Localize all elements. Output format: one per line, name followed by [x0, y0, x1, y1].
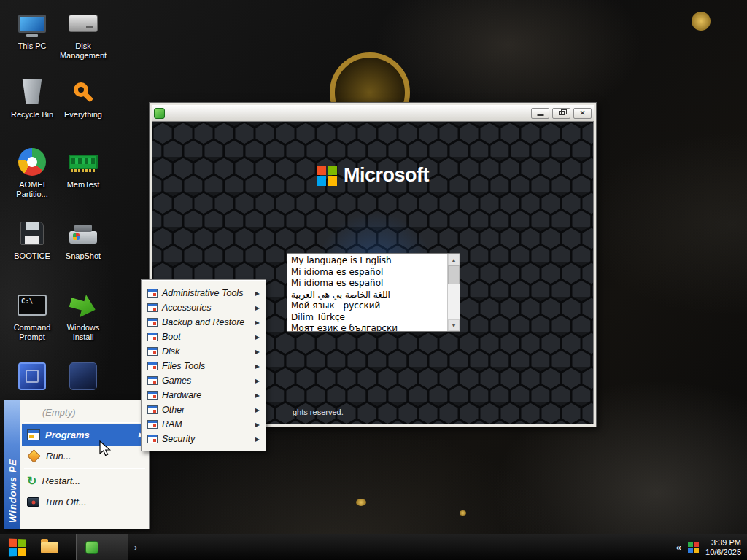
- language-option[interactable]: Mi idioma es español: [287, 267, 447, 279]
- submenu-arrow-icon: ▶: [255, 378, 260, 384]
- scrollbar-thumb[interactable]: [448, 265, 460, 284]
- desktop-icon-bootice[interactable]: BOOTICE: [6, 217, 58, 261]
- desktop-icon-disk-management[interactable]: Disk Management: [57, 7, 109, 61]
- menu-item-label: Run...: [46, 451, 71, 462]
- clock-time: 3:39 PM: [705, 538, 741, 548]
- submenu-item[interactable]: Backup and Restore ▶: [143, 315, 264, 330]
- desktop-icon-snapshot[interactable]: SnapShot: [57, 217, 109, 261]
- menu-item-run[interactable]: Run...: [22, 446, 147, 467]
- language-option-label: اللغة الخاصة بي هي العربية: [291, 289, 390, 300]
- menu-item-label: Programs: [45, 429, 90, 440]
- start-menu-banner: Windows PE: [4, 400, 20, 529]
- desktop-icon-label: Everything: [57, 110, 109, 120]
- language-option[interactable]: Mi idioma es español: [287, 278, 447, 289]
- ram-stick-icon: [67, 146, 99, 178]
- language-option[interactable]: Мой язык - русский: [287, 300, 447, 312]
- scrollbar-track[interactable]: [448, 265, 460, 319]
- submenu-item-label: RAM: [162, 419, 182, 429]
- scroll-down-button[interactable]: ▼: [448, 319, 460, 331]
- language-listbox[interactable]: My language is EnglishMi idioma es españ…: [287, 253, 460, 332]
- submenu-item-label: Hardware: [162, 390, 201, 400]
- program-group-icon: [147, 435, 158, 443]
- submenu-item-label: Other: [162, 405, 185, 415]
- power-icon: [27, 497, 39, 507]
- cmd-prompt-glyph: C:\: [21, 298, 33, 305]
- program-group-icon: [147, 318, 158, 327]
- language-option-label: Dilim Türkçe: [291, 312, 345, 322]
- menu-item-restart[interactable]: ↻ Restart...: [22, 470, 147, 491]
- submenu-arrow-icon: ▶: [255, 319, 260, 326]
- microsoft-logo-text: Microsoft: [344, 164, 429, 187]
- minimize-button[interactable]: [531, 108, 549, 119]
- program-group-icon: [147, 289, 158, 298]
- submenu-item[interactable]: Security ▶: [143, 432, 264, 446]
- desktop-icon-blue-box[interactable]: [57, 360, 109, 394]
- language-option[interactable]: My language is English: [287, 255, 447, 267]
- clock-date: 10/6/2025: [705, 548, 741, 557]
- desktop-icon-memtest[interactable]: MemTest: [57, 146, 109, 190]
- start-menu: Windows PE (Empty) Programs ▶ Run... ↻ R…: [4, 400, 150, 529]
- file-explorer-button[interactable]: [35, 534, 64, 560]
- close-button[interactable]: ✕: [573, 108, 592, 119]
- start-menu-items: (Empty) Programs ▶ Run... ↻ Restart... T…: [20, 400, 149, 529]
- start-button[interactable]: [0, 534, 35, 560]
- submenu-item[interactable]: Files Tools ▶: [143, 359, 264, 373]
- menu-item-turn-off[interactable]: Turn Off...: [22, 491, 147, 513]
- taskbar-clock[interactable]: 3:39 PM 10/6/2025: [705, 538, 741, 557]
- desktop-icon-pe-tools[interactable]: [6, 360, 58, 394]
- menu-separator: [24, 468, 145, 469]
- language-option[interactable]: اللغة الخاصة بي هي العربية: [287, 289, 447, 301]
- desktop-icon-windows-install[interactable]: Windows Install: [57, 289, 109, 342]
- this-pc-icon: [16, 7, 48, 39]
- tray-overflow-icon[interactable]: «: [676, 542, 681, 553]
- desktop-icon-recycle-bin[interactable]: Recycle Bin: [6, 76, 58, 120]
- submenu-item[interactable]: RAM ▶: [143, 417, 264, 432]
- program-group-icon: [147, 303, 158, 312]
- desktop-icon-label: Recycle Bin: [6, 110, 58, 120]
- partition-pie-icon: [16, 146, 48, 178]
- restart-icon: ↻: [27, 475, 36, 487]
- program-group-icon: [147, 420, 158, 429]
- restore-button[interactable]: [552, 108, 570, 119]
- menu-separator: [24, 422, 145, 423]
- submenu-item-label: Files Tools: [162, 361, 205, 371]
- desktop-icon-this-pc[interactable]: This PC: [6, 7, 58, 51]
- desktop-icon-aomei-partition[interactable]: AOMEI Partitio...: [6, 146, 58, 199]
- submenu-arrow-icon: ▶: [255, 421, 260, 428]
- submenu-arrow-icon: ▶: [255, 363, 260, 370]
- program-group-icon: [147, 391, 158, 400]
- app-icon: [85, 541, 98, 554]
- submenu-item[interactable]: Other ▶: [143, 402, 264, 417]
- window-titlebar[interactable]: ✕: [152, 105, 594, 121]
- toolbar-expand-icon[interactable]: ›: [134, 542, 137, 553]
- submenu-item[interactable]: Administrative Tools ▶: [143, 286, 264, 300]
- menu-item-programs[interactable]: Programs ▶: [22, 424, 147, 446]
- submenu-item[interactable]: Hardware ▶: [143, 388, 264, 402]
- submenu-item[interactable]: Games ▶: [143, 373, 264, 388]
- taskbar-app-language-selector[interactable]: [76, 534, 128, 560]
- submenu-item[interactable]: Accessories ▶: [143, 300, 264, 315]
- desktop-icon-label: MemTest: [57, 180, 109, 190]
- submenu-item-label: Backup and Restore: [162, 317, 244, 327]
- tray-color-grid-icon[interactable]: [688, 542, 699, 553]
- desktop-icon-command-prompt[interactable]: C:\ Command Prompt: [6, 289, 58, 342]
- gold-decoration: [356, 499, 366, 506]
- copyright-text: ghts reserved.: [293, 408, 344, 416]
- search-icon: [67, 76, 99, 108]
- program-group-icon: [147, 362, 158, 370]
- desktop-icon-label: Command Prompt: [6, 323, 58, 342]
- submenu-arrow-icon: ▶: [255, 436, 260, 443]
- folder-icon: [41, 542, 58, 553]
- submenu-arrow-icon: ▶: [255, 334, 260, 341]
- blue-box-icon: [67, 360, 99, 392]
- desktop-icon-everything[interactable]: Everything: [57, 76, 109, 120]
- submenu-item[interactable]: Boot ▶: [143, 330, 264, 344]
- language-option[interactable]: Моят език е български: [287, 323, 447, 331]
- listbox-scrollbar[interactable]: ▲ ▼: [447, 254, 460, 331]
- submenu-item[interactable]: Disk ▶: [143, 344, 264, 359]
- microsoft-logo: Microsoft: [317, 164, 429, 187]
- gold-decoration: [692, 12, 711, 31]
- language-list: My language is EnglishMi idioma es españ…: [287, 254, 447, 331]
- scroll-up-button[interactable]: ▲: [448, 254, 460, 265]
- language-option[interactable]: Dilim Türkçe: [287, 312, 447, 324]
